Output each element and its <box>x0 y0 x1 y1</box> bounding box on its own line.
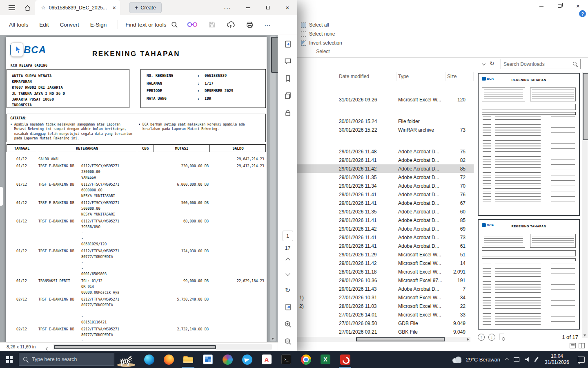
pdf-page-thumbnail-1[interactable]: BCA REKENING TAHAPAN <box>478 73 580 216</box>
explorer-search-input[interactable] <box>503 61 572 67</box>
scroll-right-arrow-icon[interactable] <box>467 338 469 341</box>
anydesk-taskbar-icon[interactable]: A <box>257 351 276 368</box>
left-panel-handle[interactable] <box>0 187 3 206</box>
address-dropdown-chevron-icon[interactable] <box>482 62 486 65</box>
save-icon[interactable] <box>208 21 216 28</box>
file-row[interactable]: 29/01/2026 10.36Microsoft Excel 97...191 <box>286 276 474 285</box>
previous-page-chevron-icon[interactable] <box>286 257 290 263</box>
file-row[interactable]: 29/01/2026 11.43Adobe Acrobat D...7 <box>286 285 474 293</box>
chrome-taskbar-icon[interactable] <box>296 351 316 368</box>
file-row[interactable]: 29/01/2026 11.41Adobe Acrobat D...76 <box>286 190 474 199</box>
file-row[interactable]: 30/01/2026 15.24File folder <box>286 117 474 126</box>
ai-assistant-icon[interactable] <box>187 21 198 28</box>
upload-cloud-icon[interactable] <box>226 21 235 29</box>
home-button[interactable] <box>20 0 35 15</box>
pen-input-icon[interactable] <box>534 357 538 362</box>
taskbar-search-input[interactable] <box>32 357 110 362</box>
weather-widget[interactable]: 29°C Berawan <box>452 356 500 363</box>
esign-menu[interactable]: E-Sign <box>90 22 107 28</box>
file-row[interactable]: 29/01/2026 11.29Microsoft Excel W...51 <box>286 250 474 259</box>
refresh-icon[interactable]: ↻ <box>490 60 494 67</box>
edge-taskbar-icon[interactable] <box>139 351 159 368</box>
help-icon[interactable]: ? <box>579 10 586 17</box>
file-row[interactable]: 29/01/2026 11.41Adobe Acrobat D...61 <box>286 242 474 250</box>
terminal-taskbar-icon[interactable]: >_ <box>276 351 296 368</box>
explorer-minimize-button[interactable] <box>532 0 550 12</box>
page-zoom-icon[interactable] <box>499 334 504 340</box>
file-row[interactable]: 28/01/2026 11.18Microsoft Excel W...2.09… <box>286 267 474 276</box>
file-row[interactable]: 1)27/01/2026 10.31Microsoft Excel W...34 <box>286 293 474 302</box>
bookmark-icon[interactable] <box>282 72 294 85</box>
firefox-taskbar-icon[interactable] <box>159 351 178 368</box>
refresh-icon[interactable]: ↻ <box>282 284 294 296</box>
acrobat-maximize-button[interactable] <box>258 0 278 15</box>
tray-app-icon[interactable] <box>514 357 519 362</box>
large-icons-view-icon[interactable] <box>579 343 585 348</box>
taskbar-search-box[interactable] <box>19 353 114 366</box>
pdf-viewport[interactable]: BCA REKENING TAHAPAN KCU KELAPA GADING A… <box>0 35 278 342</box>
find-tool[interactable]: Find text or tools <box>125 21 178 28</box>
file-row[interactable]: 2)28/01/2026 11.03Microsoft Excel W...22 <box>286 302 474 310</box>
acrobat-minimize-button[interactable] <box>238 0 258 15</box>
file-row[interactable]: 31/01/2026 09.26Microsoft Excel W...120 <box>286 95 474 104</box>
zoom-out-icon[interactable] <box>282 335 294 348</box>
toolbar-overflow-button[interactable]: ··· <box>264 21 270 28</box>
messenger-taskbar-icon[interactable] <box>237 351 257 368</box>
column-header-type[interactable]: Type <box>397 72 446 81</box>
tab-close-button[interactable]: × <box>112 4 116 11</box>
page-display-icon[interactable] <box>282 301 294 313</box>
edit-menu[interactable]: Edit <box>39 22 49 28</box>
file-row[interactable]: 29/01/2026 11.41Adobe Acrobat D...67 <box>286 199 474 207</box>
create-button[interactable]: + Create <box>129 2 162 13</box>
details-view-icon[interactable] <box>570 343 576 348</box>
pdf-horizontal-scrollbar[interactable] <box>53 344 272 350</box>
file-row[interactable]: 30/01/2026 15.22WinRAR archive73 <box>286 126 474 134</box>
scroll-down-arrow-icon[interactable] <box>272 338 274 340</box>
file-explorer-taskbar-icon[interactable] <box>178 351 198 368</box>
export-pdf-icon[interactable] <box>282 38 294 50</box>
protect-lock-icon[interactable] <box>282 107 294 119</box>
all-tools-menu[interactable]: All tools <box>9 22 28 28</box>
previous-page-button[interactable]: ↑ <box>478 334 485 341</box>
document-tab[interactable]: ☆ 0651585839_DEC_2025... × <box>35 0 120 15</box>
column-header-date-modified[interactable]: Date modified <box>337 72 397 81</box>
comment-icon[interactable] <box>282 55 294 67</box>
select-none-button[interactable]: Select none <box>301 29 342 38</box>
acrobat-close-button[interactable]: × <box>278 0 297 15</box>
organize-pages-icon[interactable] <box>282 90 294 102</box>
zoom-in-icon[interactable] <box>282 318 294 330</box>
scroll-down-arrow-icon[interactable] <box>584 334 586 337</box>
action-center-icon[interactable] <box>578 357 585 363</box>
file-row[interactable]: 29/01/2026 11.41Adobe Acrobat D...85 <box>286 216 474 224</box>
file-row[interactable]: 29/01/2026 11.41Adobe Acrobat D...82 <box>286 156 474 164</box>
zebra-figurine[interactable] <box>116 351 137 368</box>
file-row[interactable]: 29/01/2026 11.48Adobe Acrobat D...75 <box>286 147 474 156</box>
explorer-vertical-scrollbar[interactable] <box>582 72 588 338</box>
pdf-vertical-scrollbar[interactable] <box>270 36 276 341</box>
scrollbar-thumb[interactable] <box>356 337 445 341</box>
invert-selection-button[interactable]: Invert selection <box>301 38 342 47</box>
convert-menu[interactable]: Convert <box>60 22 79 28</box>
taskbar-clock[interactable]: 10.04 31/01/2026 <box>542 353 572 366</box>
print-icon[interactable] <box>246 21 254 29</box>
blue-tile-taskbar-icon[interactable] <box>198 351 218 368</box>
file-row[interactable]: 29/01/2026 11.41Adobe Acrobat D...73 <box>286 233 474 242</box>
file-row[interactable]: 29/01/2026 11.42Microsoft Excel W...14 <box>286 259 474 267</box>
next-page-button[interactable]: ↓ <box>488 334 495 341</box>
file-row[interactable]: 27/01/2026 14.01Microsoft Excel W...33 <box>286 310 474 319</box>
page-number-input[interactable]: 1 <box>283 231 293 241</box>
scrollbar-thumb[interactable] <box>583 73 588 140</box>
file-row[interactable]: 29/01/2026 11.35Adobe Acrobat D...72 <box>286 173 474 182</box>
explorer-restore-button[interactable] <box>550 0 569 12</box>
column-header-size[interactable]: Size <box>446 72 474 81</box>
titlebar-overflow-button[interactable]: ··· <box>224 4 231 11</box>
explorer-search-box[interactable] <box>501 59 581 69</box>
scroll-left-arrow-icon[interactable] <box>46 345 49 351</box>
pdf-page-thumbnail-2[interactable]: BCA REKENING TAHAPAN <box>478 219 580 330</box>
file-row[interactable]: 29/01/2026 11.42Adobe Acrobat D...69 <box>286 224 474 233</box>
file-list-horizontal-scrollbar[interactable] <box>286 337 470 342</box>
menu-button[interactable] <box>4 0 20 15</box>
file-row[interactable]: 29/01/2026 11.42Adobe Acrobat D...85 <box>286 164 474 173</box>
scrollbar-thumb[interactable] <box>271 37 278 73</box>
file-row[interactable]: 27/01/2026 09.50GDB File9.049 <box>286 319 474 328</box>
